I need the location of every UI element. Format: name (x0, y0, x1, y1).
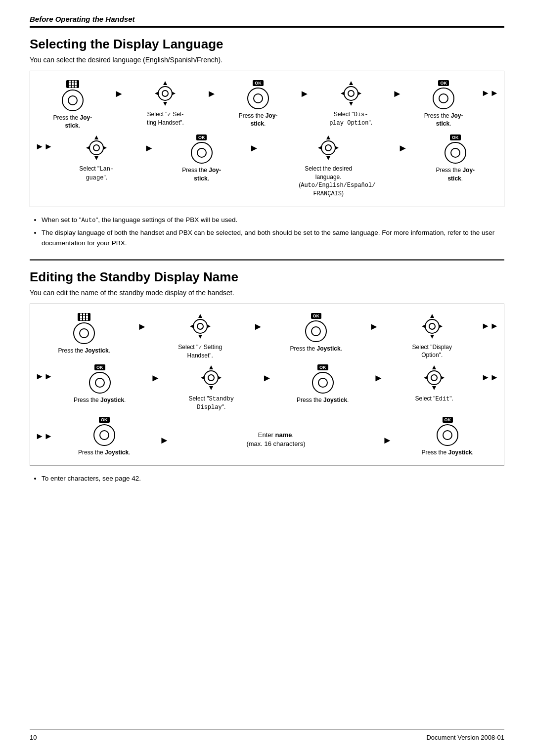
joystick-arrows-svg-1 (154, 80, 177, 107)
s2-arrow-2-2: ► (258, 364, 276, 384)
joystick-arrows-icon-3 (85, 134, 108, 163)
joystick-arrows-icon-1 (154, 80, 177, 108)
s2-cell-2-3: OK Press the Joystick. (276, 364, 370, 404)
svg-marker-78 (432, 365, 436, 369)
svg-point-10 (68, 96, 77, 105)
svg-rect-2 (75, 81, 77, 83)
double-arrow-1: ►► (481, 80, 499, 98)
diagram-row-2: ►► Select "Lan-guage". (35, 134, 499, 198)
s2-cell-2-2: Select "StandbyDisplay". (165, 364, 259, 411)
svg-marker-79 (432, 386, 436, 390)
section1-title: Selecting the Display Language (30, 37, 504, 52)
label-1-4: Select "Dis-play Option". (329, 110, 372, 127)
menu-joystick-icon-1 (61, 80, 84, 112)
s2-menu-icon-1 (73, 313, 95, 345)
svg-point-87 (443, 431, 452, 440)
svg-point-61 (312, 327, 320, 336)
s2-cell-2-4: Select "Edit". (388, 364, 482, 403)
arrow-2-1: ► (140, 134, 158, 154)
footer: 10 Document Version 2008-01 (30, 729, 504, 741)
svg-marker-70 (209, 365, 213, 369)
arrow-1-3: ► (296, 80, 313, 99)
joystick-arrows-icon-2 (340, 80, 362, 108)
s2-bullet-1: To enter characters, see page 42. (42, 474, 504, 484)
s2-double-arrow-2-end: ►► (481, 364, 499, 383)
s2-cell-1-3: OK Press the Joystick. (267, 313, 365, 353)
label-2-3: Select the desired language.(Auto/Englis… (299, 165, 358, 198)
svg-marker-35 (326, 135, 330, 139)
section-divider (30, 259, 504, 261)
bullet-1: When set to "Auto", the language setting… (42, 215, 504, 225)
bullet-2: The display language of both the handset… (42, 228, 504, 248)
s2-label-2-1: Press the Joystick. (74, 396, 126, 404)
s2-label-1-4: Select "DisplayOption". (412, 343, 452, 359)
diagram-cell-1-1: Press the Joy-stick. (35, 80, 110, 130)
footer-version: Document Version 2008-01 (426, 734, 504, 741)
label-1-5: Press the Joy-stick. (424, 112, 463, 128)
svg-rect-51 (86, 318, 88, 320)
diagram-row-1: Press the Joy-stick. ► (35, 80, 499, 130)
diagram-cell-1-3: OK Press the Joy-stick. (221, 80, 296, 128)
s2-arrow-2-3: ► (370, 364, 388, 384)
svg-rect-43 (80, 313, 82, 315)
s2-double-arrow-2-start: ►► (35, 364, 53, 382)
svg-marker-71 (209, 386, 213, 390)
s2-label-3-2: Enter name.(max. 16 characters) (246, 431, 305, 448)
diagram-cell-1-5: OK Press the Joy-stick. (406, 80, 481, 128)
s2-cell-1-1: Press the Joystick. (35, 313, 134, 355)
svg-rect-0 (69, 81, 71, 83)
svg-marker-12 (163, 102, 167, 106)
arrow-1-4: ► (388, 80, 406, 99)
arrow-2-3: ► (394, 134, 412, 154)
svg-point-34 (197, 148, 206, 157)
s2-label-2-3: Press the Joystick. (297, 396, 349, 404)
s2-joy-icon-3 (200, 364, 222, 393)
header-title: Before Operating the Handset (30, 15, 504, 23)
s2-double-arrow-3-start: ►► (35, 431, 53, 442)
diagram-cell-2-4: OK Press the Joy-stick. (412, 134, 499, 182)
s2-double-arrow-1: ►► (481, 313, 499, 331)
section2-bullets: To enter characters, see page 42. (30, 474, 504, 484)
svg-point-16 (162, 90, 168, 96)
svg-rect-50 (83, 318, 85, 320)
svg-point-18 (254, 94, 263, 103)
svg-rect-3 (69, 83, 71, 85)
s2-arrow-1-3: ► (365, 313, 383, 332)
svg-rect-45 (86, 313, 88, 315)
ok-icon-1: OK (247, 80, 269, 110)
s2-arrow-3-1: ► (156, 427, 174, 446)
svg-marker-36 (326, 156, 330, 160)
svg-point-53 (80, 329, 89, 338)
section2: Editing the Standby Display Name You can… (30, 269, 504, 484)
svg-marker-63 (430, 335, 434, 339)
svg-point-67 (429, 323, 435, 329)
svg-rect-46 (80, 316, 82, 318)
svg-marker-27 (94, 135, 98, 139)
s2-ok-icon-2: OK (89, 364, 111, 394)
s2-diagram-row-2: ►► OK Press the Joystick. ► (35, 364, 499, 411)
svg-marker-54 (198, 314, 202, 318)
s2-cell-3-3: OK Press the Joystick. (397, 417, 499, 456)
svg-marker-55 (198, 335, 202, 339)
s2-joy-icon-2 (421, 313, 444, 341)
s2-arrow-1-2: ► (249, 313, 267, 332)
s2-joy-icon-1 (189, 313, 212, 341)
section1-intro: You can select the desired language (Eng… (30, 56, 504, 64)
svg-rect-7 (72, 86, 74, 88)
label-2-2: Press the Joy-stick. (182, 166, 221, 182)
svg-marker-11 (163, 81, 167, 85)
ok-icon-4: OK (444, 134, 467, 164)
diagram-cell-2-2: OK Press the Joy-stick. (158, 134, 245, 182)
s2-ok-icon-1: OK (305, 313, 327, 343)
svg-marker-28 (94, 156, 98, 160)
joystick-arrows-icon-4 (317, 134, 340, 163)
svg-rect-8 (75, 86, 77, 88)
label-2-1: Select "Lan-guage". (79, 165, 114, 181)
s2-label-1-3: Press the Joystick. (290, 345, 342, 353)
svg-point-69 (95, 378, 104, 387)
s2-arrow-3-2: ► (379, 427, 397, 446)
s2-diagram-row-3: ►► OK Press the Joystick. ► (35, 417, 499, 456)
s2-cell-3-2: Enter name.(max. 16 characters) (174, 425, 379, 448)
arrow-1-1: ► (110, 80, 128, 99)
section1-diagram: Press the Joy-stick. ► (30, 71, 504, 207)
